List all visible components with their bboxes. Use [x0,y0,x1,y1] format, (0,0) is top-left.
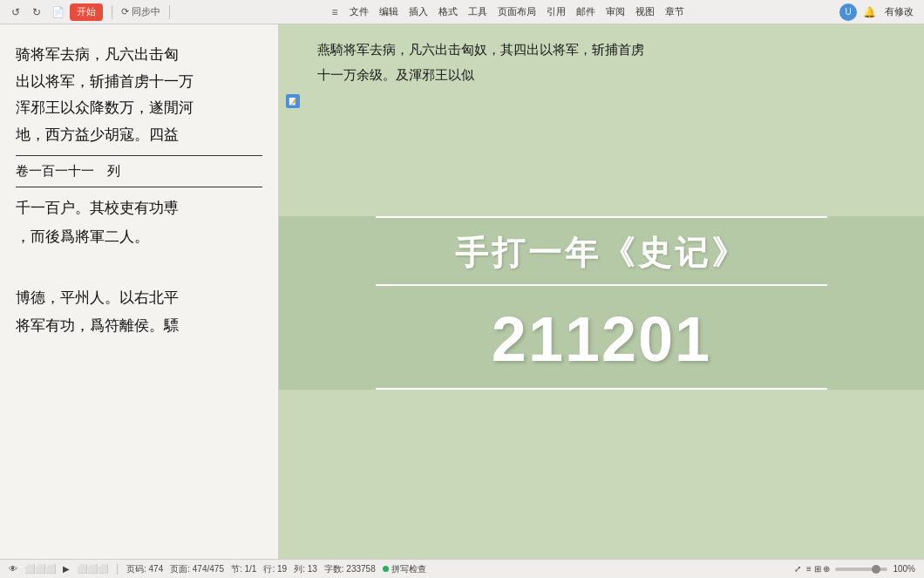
doc-page: 骑将军去病，凡六出击匈出以将军，斩捕首虏十一万浑邪王以众降数万，遂閒河地，西方益… [0,24,278,559]
menu-chapter[interactable]: 章节 [661,3,689,20]
sync-button[interactable]: ⟳ 同步中 [121,5,160,18]
status-view-icons: ≡ ⊞ ⊕ [806,564,830,574]
status-section: 节: 1/1 [231,563,256,575]
zoom-slider[interactable] [835,568,887,571]
doc-icon[interactable]: 📄 [49,3,66,21]
status-page-num: 页码: 474 [126,563,163,575]
spell-check-label: 拼写检查 [391,563,426,575]
status-line: 行: 19 [263,563,287,575]
main-area: 骑将军去病，凡六出击匈出以将军，斩捕首虏十一万浑邪王以众降数万，遂閒河地，西方益… [0,24,924,559]
menu-format[interactable]: 格式 [434,3,462,20]
toolbar-right: U 🔔 有修改 [839,3,917,21]
menu-layout[interactable]: 页面布局 [493,3,540,20]
notification-icon[interactable]: 🔔 [860,3,878,21]
undo-button[interactable]: ↺ [7,3,24,21]
handwriting-area: 📝 燕騎将军去病，凡六出击匈奴，其四出以将军，斩捕首虏 十一万余级。及渾邪王以似 [279,24,924,216]
left-panel: 骑将军去病，凡六出击匈出以将军，斩捕首虏十一万浑邪王以众降数万，遂閒河地，西方益… [0,24,279,559]
top-toolbar: ↺ ↻ 📄 开始 ⟳ 同步中 ≡ 文件 编辑 插入 格式 工具 页面布局 引用 … [0,0,924,24]
status-play[interactable]: ▶ [63,564,70,574]
doc-separator1 [16,155,262,156]
video-overlay: 手打一年《史记》 211201 [279,216,924,390]
redo-button[interactable]: ↻ [28,3,45,21]
status-div1 [117,564,118,575]
overlay-bottom-line [376,388,827,390]
menu-view[interactable]: 视图 [631,3,659,20]
divider2 [169,5,170,19]
status-col: 列: 13 [294,563,317,575]
status-boxes: ⬜⬜⬜ [77,564,108,574]
menu-insert[interactable]: 插入 [404,3,432,20]
menu-edit[interactable]: 编辑 [375,3,403,20]
overlay-title: 手打一年《史记》 [279,218,924,284]
spell-dot [383,566,389,572]
status-eye-icon[interactable]: 👁 [9,564,17,574]
status-word-count: 字数: 233758 [324,563,376,575]
divider1 [112,5,112,19]
note-icon: 📝 [286,94,300,108]
doc-text-block1: 骑将军去病，凡六出击匈出以将军，斩捕首虏十一万浑邪王以众降数万，遂閒河地，西方益… [16,42,262,148]
status-expand-icon[interactable]: ⤢ [794,564,801,574]
status-spell-dot: 拼写检查 [383,563,426,575]
status-icons: ⬜⬜⬜ [24,564,56,574]
status-right: ⤢ ≡ ⊞ ⊕ 100% [794,564,915,574]
menu-icon[interactable]: ≡ [326,3,343,21]
menu-mail[interactable]: 邮件 [572,3,600,20]
status-page-range: 页面: 474/475 [170,563,224,575]
menu-review[interactable]: 审阅 [601,3,629,20]
status-bar: 👁 ⬜⬜⬜ ▶ ⬜⬜⬜ 页码: 474 页面: 474/475 节: 1/1 行… [0,559,924,578]
doc-chapter-line: 卷一百一十一 列 [16,163,262,180]
zoom-thumb [872,565,880,574]
menu-ref[interactable]: 引用 [542,3,570,20]
right-panel: 📝 燕騎将军去病，凡六出击匈奴，其四出以将军，斩捕首虏 十一万余级。及渾邪王以似… [279,24,924,559]
zoom-percent: 100% [893,564,915,574]
sync-label: 同步中 [132,5,160,18]
doc-text-block2: 千一百户。其校吏有功尃，而後爲將軍二人。 [16,194,262,251]
user-avatar[interactable]: U [839,3,857,21]
overlay-number: 211201 [279,286,924,388]
handwriting-line2: 十一万余级。及渾邪王以似 [317,63,907,88]
start-button[interactable]: 开始 [70,3,103,21]
toolbar-menu: ≡ 文件 编辑 插入 格式 工具 页面布局 引用 邮件 审阅 视图 章节 [179,3,836,21]
doc-text-block3: 博德，平州人。以右北平将军有功，爲符離侯。驃 [16,284,262,341]
doc-separator2 [16,187,262,187]
chapter-text: 卷一百一十一 列 [16,163,120,180]
handwriting-line1: 燕騎将军去病，凡六出击匈奴，其四出以将军，斩捕首虏 [317,37,907,63]
sync-icon: ⟳ [121,6,129,17]
menu-file[interactable]: 文件 [345,3,373,20]
changes-label[interactable]: 有修改 [881,3,917,20]
toolbar-left: ↺ ↻ 📄 开始 ⟳ 同步中 [7,3,160,21]
menu-tools[interactable]: 工具 [464,3,492,20]
